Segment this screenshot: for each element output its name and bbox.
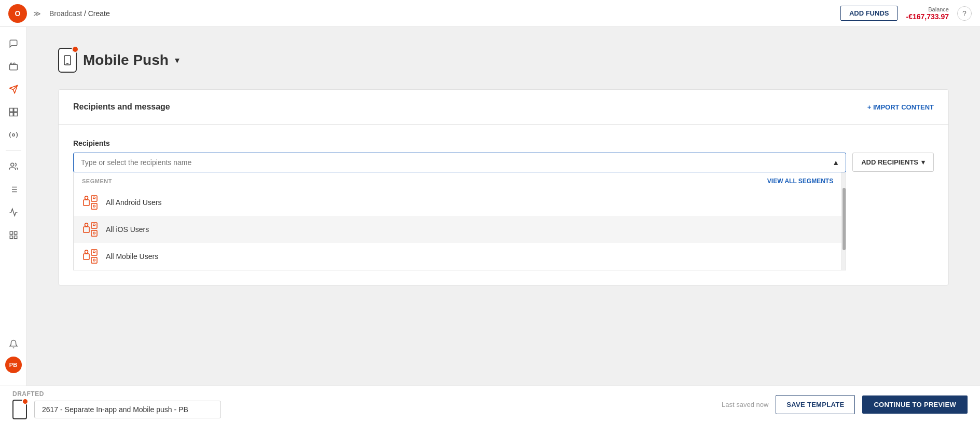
breadcrumb: Broadcast / Create (49, 9, 110, 18)
sidebar: PB (0, 27, 27, 386)
svg-rect-16 (14, 236, 17, 239)
svg-point-30 (93, 232, 95, 234)
bottom-bar: DRAFTED Last saved now SAVE TEMPLATE CON… (0, 386, 980, 423)
svg-point-23 (93, 197, 95, 199)
svg-point-34 (85, 250, 88, 253)
import-content-link[interactable]: + IMPORT CONTENT (867, 103, 934, 111)
draft-mobile-icon (12, 400, 27, 419)
svg-point-36 (93, 259, 95, 261)
svg-point-29 (93, 224, 95, 226)
recipients-dropdown-wrapper: ▲ SEGMENT VIEW ALL SEGMENTS (73, 153, 846, 270)
main-layout: PB Mobile Push ▾ Recipients and message … (0, 27, 980, 386)
view-all-segments-link[interactable]: VIEW ALL SEGMENTS (767, 178, 833, 185)
recipients-chevron-icon: ▲ (832, 158, 839, 167)
svg-rect-25 (84, 227, 89, 233)
svg-point-5 (12, 134, 15, 137)
segment-icon (82, 221, 99, 238)
sidebar-item-lists[interactable] (3, 179, 24, 200)
breadcrumb-current: Create (88, 9, 110, 18)
svg-rect-31 (84, 254, 89, 260)
sidebar-item-chat[interactable] (3, 33, 24, 54)
svg-rect-21 (91, 203, 97, 209)
balance-label: Balance (906, 6, 949, 12)
draft-name-input[interactable] (34, 401, 221, 418)
drafted-label: DRAFTED (12, 390, 44, 398)
svg-point-24 (93, 205, 95, 207)
sidebar-item-grid[interactable] (3, 225, 24, 245)
sidebar-item-segments[interactable] (3, 102, 24, 122)
chevron-down-icon: ▾ (921, 158, 925, 166)
card-body: Recipients ▲ SEGMENT (59, 125, 948, 285)
collapse-icon[interactable]: ≫ (33, 9, 41, 18)
help-icon[interactable]: ? (957, 6, 972, 21)
top-header: O ≫ Broadcast / Create ADD FUNDS Balance… (0, 0, 980, 27)
breadcrumb-separator: / (84, 9, 88, 18)
sidebar-item-automation[interactable] (3, 125, 24, 145)
notification-icon[interactable] (3, 334, 24, 354)
avatar[interactable]: PB (5, 357, 22, 373)
scrollbar-thumb (843, 188, 846, 250)
dropdown-header: SEGMENT VIEW ALL SEGMENTS (74, 172, 841, 189)
add-funds-button[interactable]: ADD FUNDS (840, 6, 898, 21)
page-title-row: Mobile Push ▾ (58, 48, 949, 73)
sidebar-item-campaigns[interactable] (3, 56, 24, 77)
svg-rect-4 (13, 113, 17, 116)
logo[interactable]: O (8, 4, 27, 23)
dropdown-item-label: All Android Users (106, 198, 161, 207)
add-recipients-button[interactable]: ADD RECIPIENTS ▾ (852, 153, 934, 172)
sidebar-item-reports[interactable] (3, 202, 24, 223)
svg-rect-33 (91, 257, 97, 263)
svg-point-28 (85, 223, 88, 226)
card-title: Recipients and message (73, 102, 170, 112)
svg-rect-13 (10, 231, 12, 234)
recipients-label: Recipients (73, 139, 934, 147)
svg-rect-1 (9, 108, 13, 112)
card-header: Recipients and message + IMPORT CONTENT (59, 90, 948, 125)
draft-section: DRAFTED (12, 390, 221, 419)
svg-rect-27 (91, 230, 97, 236)
page-title: Mobile Push (83, 52, 169, 69)
svg-rect-0 (9, 64, 17, 70)
svg-rect-2 (13, 108, 17, 112)
page-title-dropdown[interactable]: ▾ (175, 54, 180, 66)
dropdown-scrollbar[interactable] (841, 172, 846, 270)
balance-block: Balance -€167,733.97 (906, 6, 949, 21)
svg-rect-3 (9, 113, 13, 116)
last-saved-text: Last saved now (722, 401, 768, 408)
main-card: Recipients and message + IMPORT CONTENT … (58, 89, 949, 285)
dropdown-item[interactable]: All iOS Users (74, 216, 841, 243)
svg-rect-15 (10, 236, 12, 239)
sidebar-item-contacts[interactable] (3, 156, 24, 177)
dropdown-content: SEGMENT VIEW ALL SEGMENTS (74, 172, 841, 270)
dropdown-item[interactable]: All Mobile Users (74, 243, 841, 270)
logo-text: O (15, 9, 21, 18)
svg-point-35 (93, 251, 95, 253)
save-template-button[interactable]: SAVE TEMPLATE (776, 395, 855, 414)
sidebar-bottom: PB (3, 334, 24, 379)
header-right: ADD FUNDS Balance -€167,733.97 ? (840, 6, 972, 21)
recipients-dropdown[interactable]: ▲ (73, 153, 846, 172)
balance-amount: -€167,733.97 (906, 12, 949, 21)
dropdown-item[interactable]: All Android Users (74, 189, 841, 216)
segment-icon (82, 248, 99, 265)
dropdown-section-label: SEGMENT (82, 178, 112, 184)
mobile-push-icon (58, 48, 77, 73)
recipients-row: ▲ SEGMENT VIEW ALL SEGMENTS (73, 153, 934, 270)
dropdown-item-label: All iOS Users (106, 225, 149, 234)
bottom-bar-right: Last saved now SAVE TEMPLATE CONTINUE TO… (722, 395, 968, 414)
dropdown-scroll-area: SEGMENT VIEW ALL SEGMENTS (74, 172, 846, 270)
sidebar-item-broadcast[interactable] (3, 79, 24, 100)
svg-rect-14 (14, 231, 17, 234)
svg-rect-19 (84, 200, 89, 206)
svg-point-22 (85, 196, 88, 199)
segment-icon (82, 194, 99, 211)
continue-to-preview-button[interactable]: CONTINUE TO PREVIEW (862, 395, 968, 414)
recipients-input[interactable] (74, 153, 846, 172)
breadcrumb-parent[interactable]: Broadcast (49, 9, 82, 18)
sidebar-divider (6, 151, 21, 151)
content-area: Mobile Push ▾ Recipients and message + I… (27, 27, 980, 386)
svg-point-6 (10, 163, 13, 166)
dropdown-panel: SEGMENT VIEW ALL SEGMENTS (73, 172, 846, 270)
dropdown-item-label: All Mobile Users (106, 252, 158, 261)
